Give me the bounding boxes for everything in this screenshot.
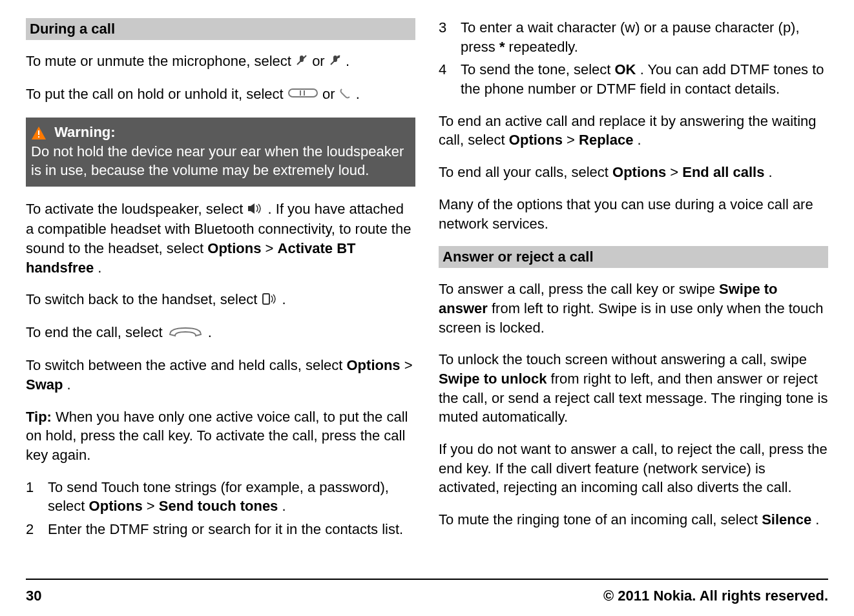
tip-text: When you have only one active voice call… bbox=[26, 409, 408, 463]
svg-rect-5 bbox=[289, 89, 317, 97]
end-call-icon bbox=[167, 324, 204, 344]
text: To answer a call, press the call key or … bbox=[439, 281, 719, 297]
page-number: 30 bbox=[26, 588, 41, 604]
right-column: 3 To enter a wait character (w) or a pau… bbox=[439, 18, 828, 566]
tip-label: Tip: bbox=[26, 409, 56, 425]
warning-box: Warning: Do not hold the device near you… bbox=[26, 118, 415, 187]
unhold-icon bbox=[339, 85, 352, 105]
section-header-answer-reject: Answer or reject a call bbox=[439, 246, 828, 268]
text: repeatedly. bbox=[509, 39, 578, 55]
list-item: 3 To enter a wait character (w) or a pau… bbox=[439, 18, 828, 56]
para-handset: To switch back to the handset, select . bbox=[26, 290, 415, 310]
left-column: During a call To mute or unmute the micr… bbox=[26, 18, 415, 566]
svg-rect-11 bbox=[248, 206, 251, 211]
text: . bbox=[356, 86, 360, 102]
text: . bbox=[638, 132, 641, 148]
list-number: 2 bbox=[26, 520, 39, 539]
text: To send the tone, select bbox=[461, 61, 615, 77]
send-touch-tones-label: Send touch tones bbox=[159, 498, 278, 514]
options-label: Options bbox=[347, 357, 401, 373]
para-end-call: To end the call, select . bbox=[26, 323, 415, 343]
para-swap: To switch between the active and held ca… bbox=[26, 356, 415, 394]
list-item: 1 To send Touch tone strings (for exampl… bbox=[26, 478, 415, 516]
copyright-text: © 2011 Nokia. All rights reserved. bbox=[603, 588, 828, 604]
list-number: 3 bbox=[439, 18, 452, 56]
para-loudspeaker: To activate the loudspeaker, select . If… bbox=[26, 200, 415, 277]
swipe-to-unlock-label: Swipe to unlock bbox=[439, 371, 547, 387]
svg-rect-9 bbox=[38, 130, 39, 135]
ok-label: OK bbox=[615, 61, 636, 77]
list-item: 2 Enter the DTMF string or search for it… bbox=[26, 520, 415, 539]
text: > bbox=[404, 357, 413, 373]
options-label: Options bbox=[89, 498, 143, 514]
text: . bbox=[769, 164, 773, 180]
warning-title: Warning: bbox=[54, 124, 116, 140]
list-text: To send Touch tone strings (for example,… bbox=[48, 478, 415, 516]
para-unlock: To unlock the touch screen without answe… bbox=[439, 350, 828, 427]
list-number: 4 bbox=[439, 60, 452, 98]
svg-point-4 bbox=[337, 56, 340, 58]
text: . bbox=[282, 498, 286, 514]
mic-mute-icon bbox=[295, 52, 308, 72]
numbered-list-left: 1 To send Touch tone strings (for exampl… bbox=[26, 478, 415, 539]
text: or bbox=[312, 53, 329, 69]
end-all-calls-label: End all calls bbox=[682, 164, 764, 180]
para-replace: To end an active call and replace it by … bbox=[439, 112, 828, 150]
numbered-list-right: 3 To enter a wait character (w) or a pau… bbox=[439, 18, 828, 99]
para-silence: To mute the ringing tone of an incoming … bbox=[439, 510, 828, 529]
svg-marker-12 bbox=[251, 203, 255, 214]
list-text: Enter the DTMF string or search for it i… bbox=[48, 520, 403, 539]
text: > bbox=[670, 164, 682, 180]
content-columns: During a call To mute or unmute the micr… bbox=[26, 18, 828, 566]
list-number: 1 bbox=[26, 478, 39, 516]
text: To end the call, select bbox=[26, 324, 167, 340]
text: > bbox=[567, 132, 579, 148]
list-text: To send the tone, select OK . You can ad… bbox=[461, 60, 828, 98]
text: To switch between the active and held ca… bbox=[26, 357, 347, 373]
text: . bbox=[67, 376, 71, 393]
hold-icon bbox=[287, 85, 318, 105]
text: . bbox=[815, 511, 819, 528]
loudspeaker-icon bbox=[247, 200, 264, 220]
text: To mute the ringing tone of an incoming … bbox=[439, 511, 762, 528]
page-footer: 30 © 2011 Nokia. All rights reserved. bbox=[26, 579, 828, 604]
text: or bbox=[322, 86, 339, 102]
text: > bbox=[147, 498, 159, 514]
asterisk-label: * bbox=[499, 39, 505, 55]
svg-rect-13 bbox=[263, 294, 269, 304]
para-answer: To answer a call, press the call key or … bbox=[439, 280, 828, 337]
text: . bbox=[282, 291, 286, 307]
warning-icon bbox=[31, 126, 47, 140]
options-label: Options bbox=[207, 240, 261, 256]
text: . bbox=[98, 260, 101, 276]
text: . bbox=[346, 53, 349, 69]
para-hold: To put the call on hold or unhold it, se… bbox=[26, 85, 415, 105]
options-label: Options bbox=[612, 164, 666, 180]
handset-icon bbox=[261, 291, 278, 311]
para-network-services: Many of the options that you can use dur… bbox=[439, 195, 828, 233]
text: > bbox=[266, 240, 278, 256]
svg-rect-10 bbox=[38, 136, 39, 138]
options-label: Options bbox=[509, 132, 563, 148]
replace-label: Replace bbox=[579, 132, 633, 148]
list-text: To enter a wait character (w) or a pause… bbox=[461, 18, 828, 56]
text: To end all your calls, select bbox=[439, 164, 612, 180]
text: To unlock the touch screen without answe… bbox=[439, 351, 807, 367]
list-item: 4 To send the tone, select OK . You can … bbox=[439, 60, 828, 98]
mic-unmute-icon bbox=[329, 52, 342, 72]
text: To mute or unmute the microphone, select bbox=[26, 53, 295, 69]
text: To switch back to the handset, select bbox=[26, 291, 261, 307]
tip-paragraph: Tip: When you have only one active voice… bbox=[26, 407, 415, 465]
para-mute: To mute or unmute the microphone, select… bbox=[26, 52, 415, 72]
para-reject: If you do not want to answer a call, to … bbox=[439, 440, 828, 497]
para-end-all: To end all your calls, select Options > … bbox=[439, 163, 828, 182]
text: from left to right. Swipe is in use only… bbox=[439, 300, 824, 336]
silence-label: Silence bbox=[762, 511, 811, 528]
section-header-during-call: During a call bbox=[26, 18, 415, 40]
text: . bbox=[208, 324, 212, 340]
text: To activate the loudspeaker, select bbox=[26, 201, 247, 217]
warning-text: Do not hold the device near your ear whe… bbox=[31, 142, 410, 180]
swap-label: Swap bbox=[26, 376, 63, 393]
text: To put the call on hold or unhold it, se… bbox=[26, 86, 287, 102]
